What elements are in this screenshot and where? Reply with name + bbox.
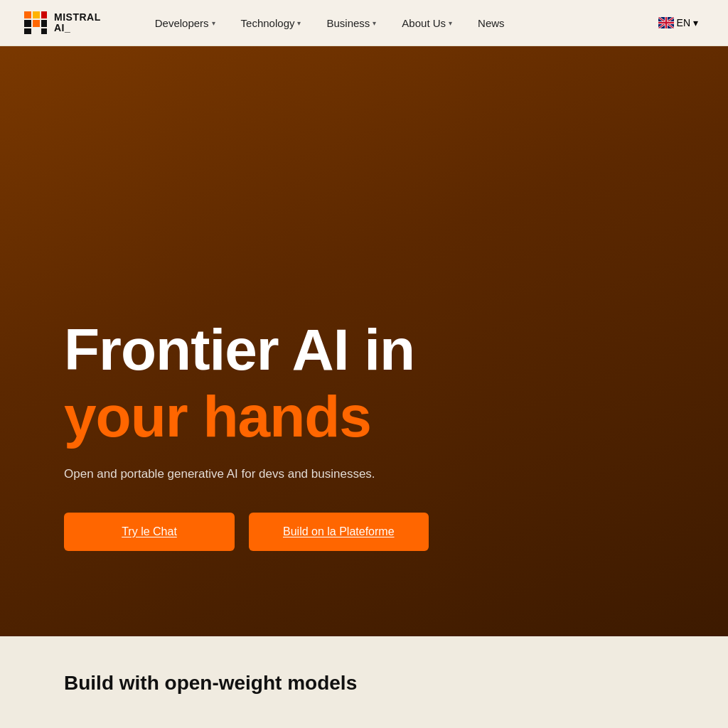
- bottom-title: Build with open-weight models: [64, 672, 664, 695]
- logo-text: MISTRAL AI_: [54, 12, 101, 34]
- svg-rect-5: [41, 20, 47, 27]
- svg-rect-3: [24, 20, 31, 27]
- navbar: MISTRAL AI_ Developers ▾ Technology ▾ Bu…: [0, 0, 728, 46]
- svg-rect-2: [41, 11, 47, 18]
- chevron-down-icon: ▾: [297, 19, 301, 27]
- uk-flag-icon: [658, 17, 674, 28]
- svg-rect-7: [41, 28, 47, 34]
- hero-headline-orange: your hands: [64, 386, 664, 447]
- lang-label: EN: [677, 17, 690, 28]
- nav-item-business[interactable]: Business ▾: [315, 11, 387, 35]
- nav-links: Developers ▾ Technology ▾ Business ▾ Abo…: [144, 11, 651, 35]
- nav-item-about-us[interactable]: About Us ▾: [390, 11, 464, 35]
- nav-item-news[interactable]: News: [466, 11, 516, 35]
- chevron-down-icon: ▾: [212, 19, 215, 27]
- logo-icon: [23, 10, 48, 36]
- bottom-section: Build with open-weight models: [0, 636, 728, 728]
- nav-right: EN ▾: [651, 13, 705, 33]
- language-selector[interactable]: EN ▾: [651, 13, 705, 33]
- chevron-down-icon: ▾: [449, 19, 452, 27]
- chevron-down-icon: ▾: [373, 19, 376, 27]
- nav-item-technology[interactable]: Technology ▾: [230, 11, 313, 35]
- svg-rect-0: [24, 11, 31, 18]
- svg-rect-1: [33, 11, 40, 18]
- logo[interactable]: MISTRAL AI_: [23, 10, 101, 36]
- hero-headline-white: Frontier AI in: [64, 319, 664, 380]
- chevron-down-icon: ▾: [693, 17, 698, 28]
- hero-buttons: Try le Chat Build on la Plateforme: [64, 513, 664, 551]
- svg-rect-6: [24, 28, 31, 34]
- build-on-plateforme-button[interactable]: Build on la Plateforme: [249, 513, 429, 551]
- try-le-chat-button[interactable]: Try le Chat: [64, 513, 235, 551]
- nav-item-developers[interactable]: Developers ▾: [144, 11, 227, 35]
- hero-subtext: Open and portable generative AI for devs…: [64, 467, 664, 481]
- hero-section: Frontier AI in your hands Open and porta…: [0, 46, 728, 636]
- svg-rect-4: [33, 20, 40, 27]
